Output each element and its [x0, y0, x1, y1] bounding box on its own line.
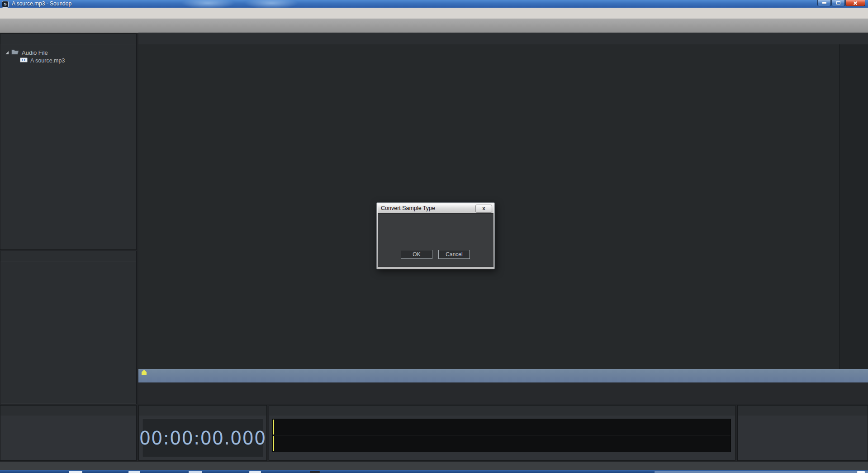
transport-buttons — [1, 416, 136, 460]
timeline-ruler[interactable] — [138, 369, 868, 382]
editor-panel — [138, 33, 868, 404]
aero-glass-highlight — [244, 0, 299, 8]
history-panel — [0, 251, 137, 404]
cursor-tabbar — [139, 406, 266, 416]
tree-item-audio-file[interactable]: Audio File — [5, 49, 48, 56]
menu-bar — [0, 8, 868, 19]
minimize-icon — [822, 2, 826, 4]
maximize-button[interactable] — [831, 0, 845, 6]
audio-file-icon — [20, 57, 28, 64]
history-tabbar — [0, 251, 136, 261]
window-title: A source.mp3 - Soundop — [12, 0, 71, 7]
projects-tree: Audio File A source.mp3 — [1, 44, 136, 249]
dialog-title: Convert Sample Type — [381, 205, 435, 211]
os-taskbar-sliver — [0, 470, 868, 473]
tree-item-label: Audio File — [22, 49, 48, 56]
folder-icon — [11, 49, 19, 56]
cursor-panel: 00:00:00.000 — [138, 405, 267, 461]
overview-canvas[interactable] — [140, 385, 862, 398]
cursor-time-display: 00:00:00.000 — [142, 419, 263, 457]
app-logo-icon: S — [2, 1, 9, 8]
aero-glass-highlight — [181, 0, 235, 8]
cancel-button[interactable]: Cancel — [438, 250, 470, 259]
transport-tabbar — [0, 406, 136, 416]
minimize-button[interactable] — [817, 0, 831, 6]
projects-panel: Audio File A source.mp3 — [0, 33, 137, 250]
meter-cursor-line — [273, 420, 274, 435]
timeline-ticks — [138, 369, 839, 382]
window-controls — [817, 0, 865, 6]
dialog-close-button[interactable]: x — [475, 205, 492, 213]
amplitude-ruler — [839, 44, 856, 369]
overview-strip[interactable] — [138, 382, 868, 401]
document-tabbar — [138, 33, 868, 44]
close-button[interactable] — [845, 0, 865, 6]
close-icon — [853, 1, 858, 5]
waveform-editor[interactable] — [138, 44, 868, 369]
meter-cursor-line — [273, 436, 274, 451]
levels-panel — [269, 405, 735, 461]
transport-panel — [0, 405, 137, 461]
titlebar: S A source.mp3 - Soundop — [0, 0, 868, 8]
tree-expand-icon[interactable] — [5, 51, 9, 54]
history-list — [1, 262, 136, 403]
levels-tabbar — [269, 406, 735, 416]
status-bar — [0, 462, 868, 470]
channel-badge-column — [856, 44, 868, 369]
tree-item-source-file[interactable]: A source.mp3 — [20, 57, 65, 64]
tree-item-label: A source.mp3 — [30, 57, 65, 64]
projects-tabbar — [0, 34, 136, 44]
cursor-content: 00:00:00.000 — [139, 416, 266, 460]
dialog-titlebar[interactable]: Convert Sample Type x — [378, 204, 493, 213]
selection-view-table — [738, 416, 867, 460]
meter-right-channel — [273, 435, 730, 451]
db-scale — [272, 451, 731, 460]
maximize-icon — [836, 1, 840, 5]
meter-left-channel — [273, 419, 730, 435]
ok-button[interactable]: OK — [401, 250, 432, 259]
selection-view-tabbar — [738, 406, 868, 416]
dialog-body: OK Cancel — [378, 213, 493, 267]
selection-view-panel — [737, 405, 868, 461]
toolbar — [0, 19, 868, 33]
application-window: S A source.mp3 - Soundop Audio File A so… — [0, 0, 868, 473]
level-meters — [272, 419, 731, 452]
levels-content — [270, 416, 735, 460]
convert-sample-type-dialog: Convert Sample Type x OK Cancel — [376, 202, 495, 269]
